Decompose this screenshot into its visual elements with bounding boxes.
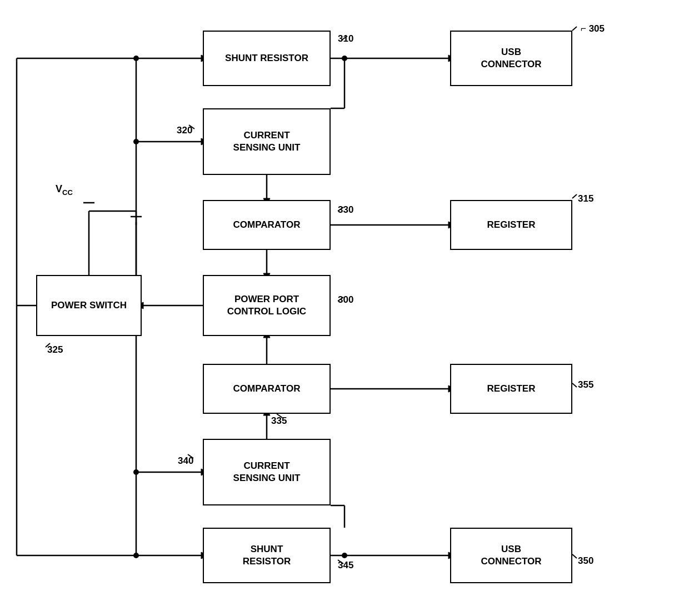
register-bottom-label: REGISTER	[487, 383, 536, 395]
usb-connector-top-block: USBCONNECTOR	[450, 31, 572, 86]
svg-point-19	[133, 139, 139, 144]
register-top-block: REGISTER	[450, 200, 572, 250]
comparator-top-label: COMPARATOR	[233, 219, 301, 231]
ref-310: 310	[338, 33, 353, 44]
comparator-bottom-block: COMPARATOR	[203, 364, 331, 414]
power-port-control-label: POWER PORTCONTROL LOGIC	[227, 293, 306, 318]
ref-305: ⌐ 305	[581, 23, 605, 34]
usb-connector-bottom-block: USBCONNECTOR	[450, 528, 572, 583]
current-sensing-bottom-block: CURRENTSENSING UNIT	[203, 439, 331, 505]
shunt-resistor-bottom-block: SHUNTRESISTOR	[203, 528, 331, 583]
usb-connector-bottom-label: USBCONNECTOR	[481, 543, 541, 568]
ref-300: 300	[338, 294, 353, 306]
shunt-resistor-bottom-label: SHUNTRESISTOR	[243, 543, 291, 568]
ref-340: 340	[178, 455, 193, 467]
register-top-label: REGISTER	[487, 219, 536, 231]
svg-point-14	[342, 553, 347, 558]
comparator-bottom-label: COMPARATOR	[233, 383, 301, 395]
current-sensing-bottom-label: CURRENTSENSING UNIT	[233, 460, 301, 484]
shunt-resistor-top-label: SHUNT RESISTOR	[225, 52, 308, 64]
shunt-resistor-top-block: SHUNT RESISTOR	[203, 31, 331, 86]
ref-355: 355	[578, 379, 593, 390]
comparator-top-block: COMPARATOR	[203, 200, 331, 250]
ref-330: 330	[338, 204, 353, 216]
power-switch-label: POWER SWITCH	[51, 299, 127, 312]
usb-connector-top-label: USBCONNECTOR	[481, 46, 541, 71]
current-sensing-top-label: CURRENTSENSING UNIT	[233, 129, 301, 154]
svg-point-38	[133, 469, 139, 475]
current-sensing-top-block: CURRENTSENSING UNIT	[203, 108, 331, 175]
register-bottom-block: REGISTER	[450, 364, 572, 414]
vcc-label: VCC	[56, 183, 73, 197]
ref-345: 345	[338, 560, 353, 571]
ref-325: 325	[47, 344, 63, 355]
power-switch-block: POWER SWITCH	[36, 275, 142, 336]
ref-320: 320	[177, 125, 192, 136]
power-port-control-block: POWER PORTCONTROL LOGIC	[203, 275, 331, 336]
ref-350: 350	[578, 555, 593, 567]
ref-335: 335	[271, 415, 287, 427]
ref-315: 315	[578, 193, 593, 204]
